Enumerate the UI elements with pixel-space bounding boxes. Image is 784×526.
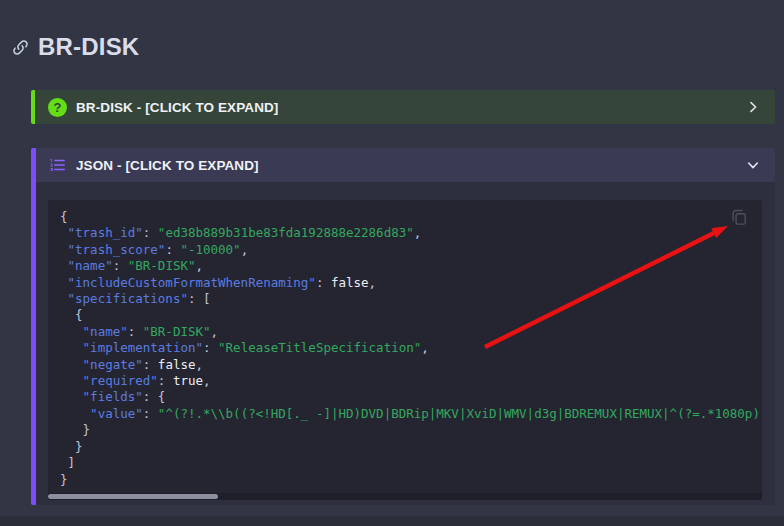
copy-icon [729,207,749,227]
chevron-down-icon[interactable] [745,157,761,173]
json-code-block: { "trash_id": "ed38b889b31be83fda192888e… [48,200,762,500]
panel-br-disk-label: BR-DISK - [CLICK TO EXPAND] [76,100,278,115]
panel-json-label: JSON - [CLICK TO EXPAND] [76,158,259,173]
panel-json-header[interactable]: JSON - [CLICK TO EXPAND] [36,148,775,182]
page-title-text: BR-DISK [38,33,139,61]
code-content: { "trash_id": "ed38b889b31be83fda192888e… [48,200,762,497]
panel-json: JSON - [CLICK TO EXPAND] { "trash_id": "… [31,148,775,505]
numbered-list-icon [49,156,67,174]
link-icon[interactable] [11,38,30,57]
page-title: BR-DISK [11,33,139,61]
horizontal-scrollbar-thumb[interactable] [48,494,218,499]
panel-br-disk-header[interactable]: ? BR-DISK - [CLICK TO EXPAND] [35,90,775,124]
panel-br-disk: ? BR-DISK - [CLICK TO EXPAND] [31,90,775,124]
question-mark-icon: ? [48,98,67,117]
copy-button[interactable] [729,207,749,227]
bottom-band [0,516,784,526]
chevron-right-icon[interactable] [745,99,761,115]
